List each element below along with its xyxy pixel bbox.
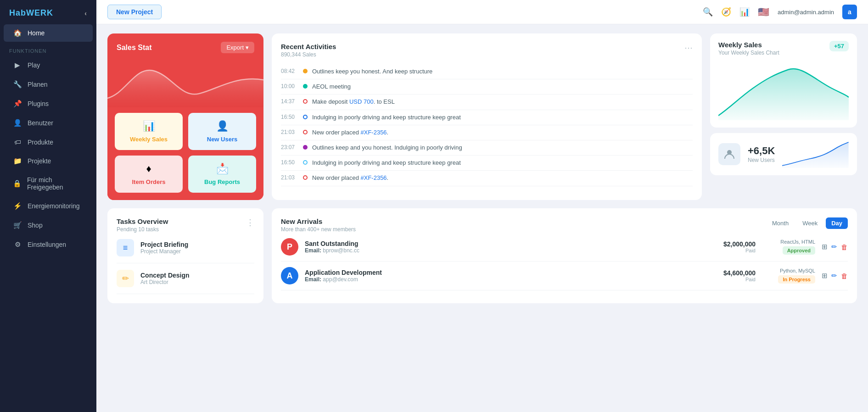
sidebar-item-projekte-label: Projekte [28, 157, 51, 165]
weekly-sales-mini-card[interactable]: 📊 Weekly Sales [115, 113, 183, 150]
sidebar-item-produkte-label: Produkte [28, 139, 53, 146]
sidebar-item-energiemonitoring-label: Energiemonitoring [28, 202, 80, 210]
task-item-project-briefing: ≡ Project Briefing Project Manager [117, 233, 254, 263]
sidebar-item-freigegeben-label: Für mich Freigegeben [27, 176, 84, 191]
sidebar-item-plugins-label: Plugins [28, 100, 49, 107]
task-design-name: Concept Design [140, 272, 190, 279]
activity-item: 16:50 Indulging in poorly driving and ke… [281, 156, 693, 171]
header-left: New Project [107, 5, 162, 19]
arrival-amount-col-1: $4,600,000 Paid [723, 269, 756, 282]
recent-activities-more-button[interactable]: ⋯ [684, 43, 693, 53]
content-area: Sales Stat Export ▾ [96, 24, 868, 412]
recent-activities-card: Recent Activities 890,344 Sales ⋯ 08:42 … [272, 33, 702, 200]
activity-link[interactable]: #XF-2356 [361, 129, 387, 136]
arrival-edit-button-0[interactable]: ✏ [831, 243, 837, 251]
weekly-sales-icon: 📊 [143, 120, 155, 132]
new-users-count: +6,5K [748, 145, 775, 157]
tasks-more-button[interactable]: ⋮ [246, 217, 254, 228]
weekly-sales-chart-card: Weekly Sales Your Weekly Sales Chart +57 [710, 33, 857, 128]
arrival-view-button-1[interactable]: ⊞ [822, 272, 828, 280]
activity-link[interactable]: #XF-2356 [361, 174, 387, 181]
activity-link[interactable]: USD 700 [349, 98, 374, 105]
task-briefing-icon: ≡ [117, 239, 134, 256]
sidebar-item-planen-label: Planen [28, 81, 48, 88]
activity-item: 14:37 Make deposit USD 700. to ESL [281, 95, 693, 110]
sidebar-item-shop[interactable]: 🛒 Shop [4, 217, 93, 234]
item-orders-mini-card[interactable]: ♦ Item Orders [115, 156, 183, 193]
arrival-avatar-0: P [281, 238, 298, 256]
sidebar-item-energiemonitoring[interactable]: ⚡ Energiemonitoring [4, 197, 93, 215]
sidebar-item-projekte[interactable]: 📁 Projekte [4, 152, 93, 170]
sidebar-item-einstellungen-label: Einstellungen [28, 241, 66, 248]
admin-email: admin@admin.admin [778, 9, 834, 16]
arrival-paid-1: Paid [723, 277, 756, 282]
arrivals-tab-month[interactable]: Month [767, 217, 794, 229]
sidebar-item-benutzer[interactable]: 👤 Benutzer [4, 114, 93, 132]
chart-icon[interactable]: 📊 [739, 7, 750, 17]
sidebar-item-freigegeben[interactable]: 🔒 Für mich Freigegeben [4, 172, 93, 195]
activity-dot [303, 175, 308, 180]
new-project-button[interactable]: New Project [107, 5, 162, 19]
weekly-chart-header: Weekly Sales Your Weekly Sales Chart +57 [718, 41, 849, 56]
activity-dot [303, 84, 308, 89]
settings-icon: ⚙ [13, 240, 22, 249]
activity-dot [303, 130, 308, 134]
activity-dot [303, 145, 308, 150]
task-item-concept-design: ✏ Concept Design Art Director [117, 263, 254, 294]
sidebar-item-play[interactable]: ▶ Play [4, 56, 93, 74]
new-users-mini-label: New Users [207, 136, 237, 143]
arrival-amount-1: $4,600,000 [723, 269, 756, 277]
arrival-name-1: Application Development [305, 269, 717, 276]
sidebar: HabWERK ‹ 🏠 Home FUNKTIONEN ▶ Play 🔧 Pla… [0, 0, 96, 412]
main-area: New Project 🔍 🧭 📊 🇺🇸 admin@admin.admin a… [96, 0, 868, 412]
task-design-info: Concept Design Art Director [140, 272, 190, 285]
arrival-view-button-0[interactable]: ⊞ [822, 243, 828, 251]
arrival-status-0: Approved [783, 246, 815, 255]
arrival-email-0: bprow@bnc.cc [323, 247, 359, 254]
activity-item: 21:03 New order placed #XF-2356. [281, 171, 693, 186]
arrivals-tab-day[interactable]: Day [826, 217, 848, 229]
arrival-delete-button-1[interactable]: 🗑 [841, 272, 848, 280]
arrival-delete-button-0[interactable]: 🗑 [841, 243, 848, 251]
tasks-header: Tasks Overview Pending 10 tasks ⋮ [117, 217, 254, 233]
brand-name: HabWERK [9, 8, 53, 18]
tasks-title: Tasks Overview [117, 217, 168, 225]
compass-icon[interactable]: 🧭 [721, 7, 731, 17]
task-briefing-info: Project Briefing Project Manager [140, 241, 188, 255]
item-orders-icon: ♦ [146, 163, 151, 175]
bottom-row: Tasks Overview Pending 10 tasks ⋮ ≡ Proj… [107, 208, 857, 303]
flag-icon[interactable]: 🇺🇸 [758, 6, 769, 17]
sidebar-item-home[interactable]: 🏠 Home [4, 24, 93, 42]
arrival-tags-1: Python, MySQL In Progress [769, 268, 815, 284]
plugins-icon: 📌 [13, 100, 22, 108]
products-icon: 🏷 [13, 138, 22, 146]
bug-reports-mini-card[interactable]: 📩 Bug Reports [188, 156, 256, 193]
sidebar-item-benutzer-label: Benutzer [28, 119, 53, 127]
search-icon[interactable]: 🔍 [703, 7, 713, 17]
play-icon: ▶ [13, 61, 22, 69]
sidebar-item-planen[interactable]: 🔧 Planen [4, 76, 93, 93]
weekly-sales-chart [718, 61, 849, 120]
task-design-sub: Art Director [140, 279, 190, 285]
arrival-edit-button-1[interactable]: ✏ [831, 272, 837, 280]
top-row: Sales Stat Export ▾ [107, 33, 857, 200]
home-icon: 🏠 [13, 29, 22, 37]
recent-activities-subtitle: 890,344 Sales [281, 51, 336, 58]
export-button[interactable]: Export ▾ [221, 42, 254, 53]
new-users-mini-card[interactable]: 👤 New Users [188, 113, 256, 150]
sidebar-item-shop-label: Shop [28, 222, 43, 229]
sidebar-item-produkte[interactable]: 🏷 Produkte [4, 134, 93, 150]
collapse-sidebar-button[interactable]: ‹ [84, 10, 87, 17]
sidebar-item-einstellungen[interactable]: ⚙ Einstellungen [4, 236, 93, 253]
sidebar-item-plugins[interactable]: 📌 Plugins [4, 95, 93, 112]
arrivals-tab-week[interactable]: Week [797, 217, 823, 229]
sales-stat-card: Sales Stat Export ▾ [107, 33, 263, 200]
weekly-sales-mini-label: Weekly Sales [130, 136, 168, 143]
weekly-sales-badge: +57 [829, 41, 849, 51]
arrivals-title: New Arrivals [281, 217, 356, 225]
admin-avatar[interactable]: a [842, 5, 857, 19]
recent-activities-title: Recent Activities [281, 43, 336, 50]
header-right: 🔍 🧭 📊 🇺🇸 admin@admin.admin a [703, 5, 857, 19]
activity-dot [303, 160, 308, 165]
bug-reports-mini-label: Bug Reports [204, 178, 240, 185]
